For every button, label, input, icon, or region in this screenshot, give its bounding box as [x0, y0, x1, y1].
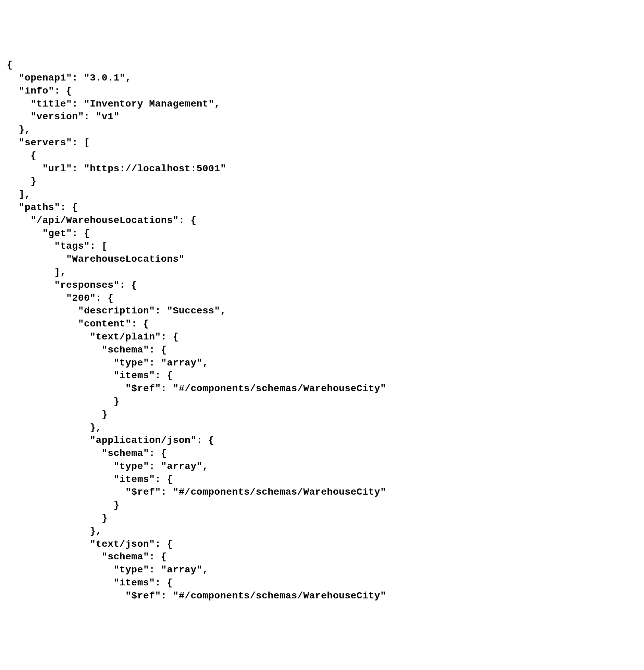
code-line: "tags": [ — [7, 241, 108, 251]
code-line: "type": "array", — [7, 358, 208, 368]
code-line: "WarehouseLocations" — [7, 254, 185, 264]
code-line: { — [7, 150, 37, 161]
code-line: "/api/WarehouseLocations": { — [7, 215, 197, 226]
code-line: } — [7, 409, 108, 420]
code-line: "schema": { — [7, 551, 167, 562]
code-line: }, — [7, 124, 30, 135]
code-line: }, — [7, 422, 102, 433]
code-line: "openapi": "3.0.1", — [7, 73, 131, 83]
code-line: "version": "v1" — [7, 111, 120, 122]
code-line: "servers": [ — [7, 137, 90, 148]
code-line: "schema": { — [7, 448, 167, 459]
code-line: "content": { — [7, 319, 149, 329]
code-line: "responses": { — [7, 280, 137, 290]
code-line: "schema": { — [7, 345, 167, 355]
code-line: "items": { — [7, 578, 173, 588]
code-line: ], — [7, 189, 30, 200]
code-line: } — [7, 396, 120, 407]
code-line: "url": "https://localhost:5001" — [7, 163, 226, 174]
code-line: "get": { — [7, 228, 90, 239]
code-line: "items": { — [7, 474, 173, 485]
code-line: }, — [7, 526, 102, 536]
code-line: } — [7, 513, 108, 523]
code-line: "200": { — [7, 293, 113, 303]
code-line: "title": "Inventory Management", — [7, 99, 220, 109]
code-line: ], — [7, 267, 66, 277]
code-line: "text/json": { — [7, 539, 173, 549]
code-line: "items": { — [7, 370, 173, 381]
code-line: "info": { — [7, 86, 72, 96]
code-line: "$ref": "#/components/schemas/WarehouseC… — [7, 383, 386, 394]
code-line: "application/json": { — [7, 435, 214, 446]
code-line: { — [7, 60, 13, 70]
code-line: "$ref": "#/components/schemas/WarehouseC… — [7, 591, 386, 601]
code-line: "type": "array", — [7, 461, 208, 472]
code-line: "text/plain": { — [7, 332, 179, 342]
code-line: "$ref": "#/components/schemas/WarehouseC… — [7, 487, 386, 497]
code-line: } — [7, 176, 37, 187]
code-line: } — [7, 500, 120, 510]
code-block: { "openapi": "3.0.1", "info": { "title":… — [7, 59, 637, 602]
code-line: "type": "array", — [7, 564, 208, 575]
code-line: "paths": { — [7, 202, 78, 213]
code-line: "description": "Success", — [7, 306, 226, 316]
